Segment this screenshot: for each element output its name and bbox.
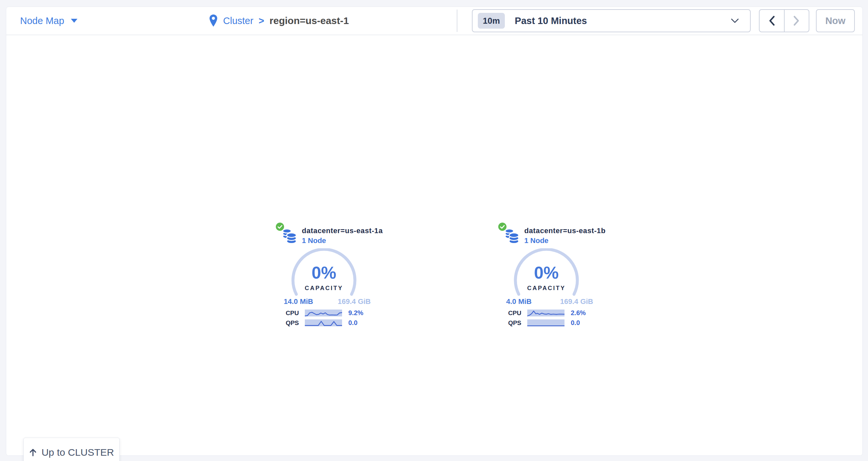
capacity-used: 14.0 MiB: [284, 297, 313, 306]
qps-sparkline: [305, 320, 342, 326]
header-divider: [457, 9, 457, 32]
qps-value: 0.0: [571, 320, 580, 326]
chevron-right-icon: [793, 16, 800, 26]
breadcrumb-separator: >: [259, 15, 264, 26]
cpu-label: CPU: [494, 309, 521, 317]
node-map-canvas: datacenter=us-east-1a 1 Node 0% CAPACITY…: [6, 35, 862, 455]
qps-label: QPS: [271, 320, 299, 326]
locality-title: datacenter=us-east-1b: [524, 226, 606, 235]
time-range-badge: 10m: [478, 13, 505, 29]
locality-titles: datacenter=us-east-1b 1 Node: [524, 226, 606, 245]
capacity-label: CAPACITY: [494, 285, 599, 292]
chevron-left-icon: [768, 16, 775, 26]
step-forward-button[interactable]: [785, 10, 809, 32]
header-bar: Node Map Cluster > region=us-east-1 10m …: [6, 7, 862, 35]
breadcrumb-current: region=us-east-1: [270, 15, 349, 26]
qps-label: QPS: [494, 320, 521, 326]
capacity-label: CAPACITY: [271, 285, 377, 292]
capacity-percent: 0%: [271, 264, 377, 281]
location-pin-icon: [209, 14, 218, 27]
time-range-select[interactable]: 10m Past 10 Minutes: [472, 9, 751, 32]
step-back-button[interactable]: [760, 10, 785, 32]
time-step-buttons: [759, 9, 809, 32]
cpu-sparkline: [305, 309, 342, 317]
arrow-up-icon: [29, 448, 37, 457]
cpu-value: 9.2%: [348, 309, 364, 317]
locality-card-us-east-1a[interactable]: datacenter=us-east-1a 1 Node 0% CAPACITY…: [271, 222, 377, 334]
capacity-total: 169.4 GiB: [338, 297, 371, 306]
view-selector-dropdown[interactable]: Node Map: [20, 7, 78, 35]
capacity-used: 4.0 MiB: [506, 297, 531, 306]
view-selector-label: Node Map: [20, 15, 64, 26]
qps-sparkline: [527, 320, 564, 326]
time-range-label: Past 10 Minutes: [515, 15, 587, 26]
qps-value: 0.0: [348, 320, 358, 326]
cpu-label: CPU: [271, 309, 299, 317]
capacity-percent: 0%: [494, 264, 599, 281]
chevron-down-icon: [731, 19, 739, 23]
main-panel: Node Map Cluster > region=us-east-1 10m …: [6, 7, 863, 456]
capacity-values: 4.0 MiB 169.4 GiB: [506, 297, 593, 306]
databases-icon: [505, 228, 519, 244]
locality-card-us-east-1b[interactable]: datacenter=us-east-1b 1 Node 0% CAPACITY…: [494, 222, 599, 334]
capacity-total: 169.4 GiB: [560, 297, 593, 306]
capacity-values: 14.0 MiB 169.4 GiB: [284, 297, 371, 306]
caret-down-icon: [71, 19, 78, 23]
locality-node-count: 1 Node: [524, 236, 606, 245]
locality-node-count: 1 Node: [302, 236, 383, 245]
cpu-value: 2.6%: [571, 309, 586, 317]
up-to-cluster-button[interactable]: Up to CLUSTER: [23, 438, 120, 461]
breadcrumb-cluster-link[interactable]: Cluster: [223, 15, 253, 26]
node-map-screen: Node Map Cluster > region=us-east-1 10m …: [0, 0, 868, 461]
cpu-sparkline: [527, 309, 564, 317]
now-button[interactable]: Now: [816, 9, 855, 32]
databases-icon: [282, 228, 297, 244]
up-to-cluster-label: Up to CLUSTER: [41, 447, 114, 458]
breadcrumb: Cluster > region=us-east-1: [209, 7, 349, 35]
locality-title: datacenter=us-east-1a: [302, 226, 383, 235]
locality-titles: datacenter=us-east-1a 1 Node: [302, 226, 383, 245]
